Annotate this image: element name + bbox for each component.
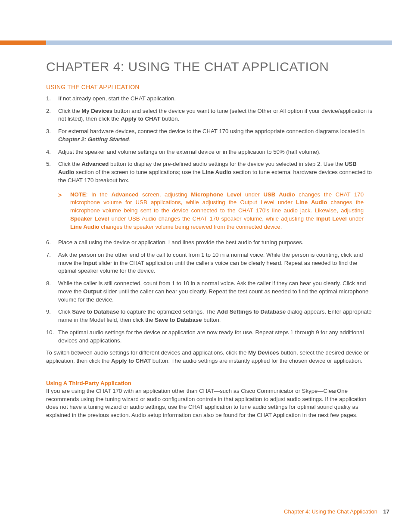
note-callout: > NOTE: In the Advanced screen, adjustin… [58, 191, 374, 231]
step-text: For external hardware devices, connect t… [58, 128, 374, 143]
page-footer: Chapter 4: Using the Chat Application 17 [284, 508, 389, 515]
step-4: 4. Adjust the speaker and volume setting… [46, 148, 374, 156]
step-10: 10. The optimal audio settings for the d… [46, 329, 374, 345]
step-1: 1. If not already open, start the CHAT a… [46, 95, 374, 103]
step-number: 7. [46, 251, 58, 275]
note-body: NOTE: In the Advanced screen, adjusting … [70, 191, 374, 231]
step-number: 4. [46, 148, 58, 156]
step-9: 9. Click Save to Database to capture the… [46, 308, 374, 324]
chevron-icon: > [58, 191, 70, 200]
step-text: Place a call using the device or applica… [58, 239, 374, 247]
step-text: Click Save to Database to capture the op… [58, 308, 374, 324]
chapter-title: CHAPTER 4: USING THE CHAT APPLICATION [46, 59, 374, 74]
page-content: CHAPTER 4: USING THE CHAT APPLICATION US… [46, 59, 374, 420]
footer-chapter: Chapter 4: Using the Chat Application [284, 508, 377, 515]
step-text: Click the Advanced button to display the… [58, 160, 374, 184]
step-number: 2. [46, 107, 58, 123]
steps-list-cont: 6. Place a call using the device or appl… [46, 239, 374, 345]
step-number: 10. [46, 329, 58, 345]
step-6: 6. Place a call using the device or appl… [46, 239, 374, 247]
step-number: 5. [46, 160, 58, 184]
step-text: While the caller is still connected, cou… [58, 280, 374, 304]
header-stripe-orange [0, 40, 46, 45]
section-heading: USING THE CHAT APPLICATION [46, 84, 374, 90]
step-text: The optimal audio settings for the devic… [58, 329, 374, 345]
step-8: 8. While the caller is still connected, … [46, 280, 374, 304]
step-text: Click the My Devices button and select t… [58, 107, 374, 123]
footer-page-number: 17 [383, 508, 389, 515]
step-number: 1. [46, 95, 58, 103]
step-number: 3. [46, 128, 58, 143]
step-7: 7. Ask the person on the other end of th… [46, 251, 374, 275]
step-number: 8. [46, 280, 58, 304]
step-text: Ask the person on the other end of the c… [58, 251, 374, 275]
step-5: 5. Click the Advanced button to display … [46, 160, 374, 184]
header-stripe-blue [46, 40, 392, 45]
third-party-body: If you are using the CHAT 170 with an ap… [46, 387, 374, 420]
third-party-heading: Using A Third-Party Application [46, 380, 374, 386]
step-2: 2. Click the My Devices button and selec… [46, 107, 374, 123]
steps-list: 1. If not already open, start the CHAT a… [46, 95, 374, 185]
step-number: 6. [46, 239, 58, 247]
step-3: 3. For external hardware devices, connec… [46, 128, 374, 143]
step-number: 9. [46, 308, 58, 324]
step-text: If not already open, start the CHAT appl… [58, 95, 374, 103]
step-text: Adjust the speaker and volume settings o… [58, 148, 374, 156]
closing-paragraph: To switch between audio settings for dif… [46, 349, 374, 365]
